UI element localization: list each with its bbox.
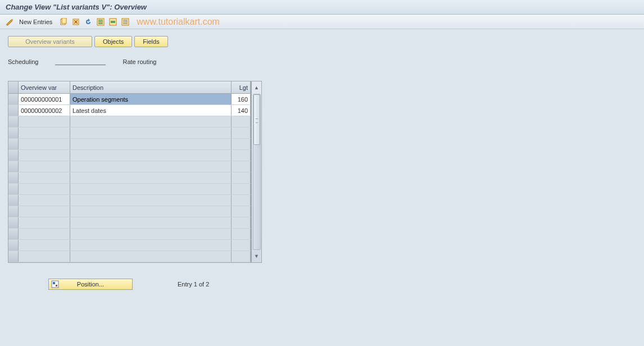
empty-cell: [70, 195, 232, 206]
empty-cell: [232, 217, 251, 228]
toolbar: New Entries www.tutorialkart.com: [0, 15, 644, 29]
table-row-empty: [8, 217, 251, 229]
title-bar: Change View "List variants V": Overview: [0, 0, 644, 15]
scroll-up-icon[interactable]: ▲: [253, 84, 261, 92]
empty-cell: [19, 172, 70, 183]
empty-cell: [8, 172, 19, 183]
empty-cell: [70, 206, 232, 217]
cell-description[interactable]: Latest dates: [70, 105, 232, 116]
table-row[interactable]: 000000000001Operation segments160: [8, 94, 251, 105]
rate-routing-label: Rate routing: [123, 58, 156, 65]
position-button[interactable]: Position...: [48, 279, 133, 290]
table-row-empty: [8, 150, 251, 161]
svg-rect-4: [98, 20, 103, 21]
tab-objects[interactable]: Objects: [94, 36, 132, 47]
scroll-track[interactable]: [253, 94, 261, 250]
svg-rect-12: [123, 23, 128, 24]
empty-cell: [232, 150, 251, 161]
empty-cell: [232, 251, 251, 262]
position-button-label: Position...: [77, 281, 104, 288]
row-selector[interactable]: [8, 105, 19, 116]
watermark-text: www.tutorialkart.com: [137, 17, 220, 27]
empty-cell: [70, 251, 232, 262]
svg-rect-5: [98, 21, 103, 22]
empty-cell: [70, 217, 232, 228]
tabs-row: Overview variants Objects Fields: [8, 36, 636, 47]
empty-cell: [70, 116, 232, 127]
table-row-empty: [8, 195, 251, 206]
svg-rect-14: [53, 282, 55, 284]
empty-cell: [19, 161, 70, 172]
cell-overview-var[interactable]: 000000000001: [19, 94, 70, 104]
empty-cell: [19, 206, 70, 217]
grid-body: 000000000001Operation segments1600000000…: [8, 94, 251, 262]
empty-cell: [19, 184, 70, 194]
cell-lgt[interactable]: 160: [232, 94, 251, 104]
scroll-thumb[interactable]: [253, 94, 260, 145]
empty-cell: [232, 206, 251, 217]
info-row: Scheduling Rate routing: [8, 56, 636, 65]
select-all-icon[interactable]: [96, 17, 105, 26]
empty-cell: [70, 229, 232, 239]
empty-cell: [70, 240, 232, 251]
svg-rect-1: [62, 18, 66, 24]
table-row-empty: [8, 240, 251, 251]
scroll-down-icon[interactable]: ▼: [253, 252, 261, 260]
empty-cell: [8, 184, 19, 194]
cell-lgt[interactable]: 140: [232, 105, 251, 116]
table-row-empty: [8, 206, 251, 217]
row-selector[interactable]: [8, 94, 19, 104]
svg-rect-6: [98, 23, 103, 24]
empty-cell: [8, 240, 19, 251]
empty-cell: [232, 184, 251, 194]
cell-overview-var[interactable]: 000000000002: [19, 105, 70, 116]
svg-rect-11: [123, 21, 128, 22]
undo-change-icon[interactable]: [84, 17, 93, 26]
table-row[interactable]: 000000000002Latest dates140: [8, 105, 251, 116]
scheduling-field[interactable]: [55, 56, 106, 65]
empty-cell: [232, 128, 251, 138]
select-block-icon[interactable]: [108, 17, 117, 26]
content-area: Overview variants Objects Fields Schedul…: [0, 29, 644, 298]
empty-cell: [232, 172, 251, 183]
copy-as-icon[interactable]: [59, 17, 68, 26]
grid-container: Overview var Description Lgt 00000000000…: [8, 81, 262, 263]
footer-row: Position... Entry 1 of 2: [8, 279, 636, 290]
empty-cell: [70, 128, 232, 138]
delete-icon[interactable]: [71, 17, 80, 26]
svg-rect-15: [56, 285, 57, 286]
empty-cell: [19, 229, 70, 239]
empty-cell: [232, 229, 251, 239]
empty-cell: [19, 116, 70, 127]
grid: Overview var Description Lgt 00000000000…: [8, 81, 251, 262]
empty-cell: [19, 195, 70, 206]
toggle-display-change-icon[interactable]: [6, 17, 15, 26]
column-header-overview-var[interactable]: Overview var: [19, 81, 70, 93]
scheduling-label: Scheduling: [8, 58, 38, 65]
empty-cell: [19, 128, 70, 138]
new-entries-button[interactable]: New Entries: [19, 19, 52, 25]
empty-cell: [232, 240, 251, 251]
empty-cell: [70, 139, 232, 149]
empty-cell: [8, 206, 19, 217]
deselect-all-icon[interactable]: [121, 17, 130, 26]
empty-cell: [8, 139, 19, 149]
empty-cell: [70, 184, 232, 194]
page-title: Change View "List variants V": Overview: [6, 3, 147, 11]
column-selector-header[interactable]: [8, 81, 19, 93]
tab-overview-variants[interactable]: Overview variants: [8, 36, 92, 47]
table-row-empty: [8, 229, 251, 240]
empty-cell: [8, 217, 19, 228]
tab-fields[interactable]: Fields: [134, 36, 167, 47]
empty-cell: [232, 161, 251, 172]
empty-cell: [232, 116, 251, 127]
cell-description[interactable]: Operation segments: [70, 94, 232, 104]
column-header-description[interactable]: Description: [70, 81, 232, 93]
table-row-empty: [8, 139, 251, 150]
empty-cell: [19, 217, 70, 228]
table-row-empty: [8, 116, 251, 128]
empty-cell: [19, 139, 70, 149]
table-row-empty: [8, 128, 251, 139]
column-header-lgt[interactable]: Lgt: [232, 81, 251, 93]
vertical-scrollbar[interactable]: ▲ ▼: [251, 81, 261, 262]
